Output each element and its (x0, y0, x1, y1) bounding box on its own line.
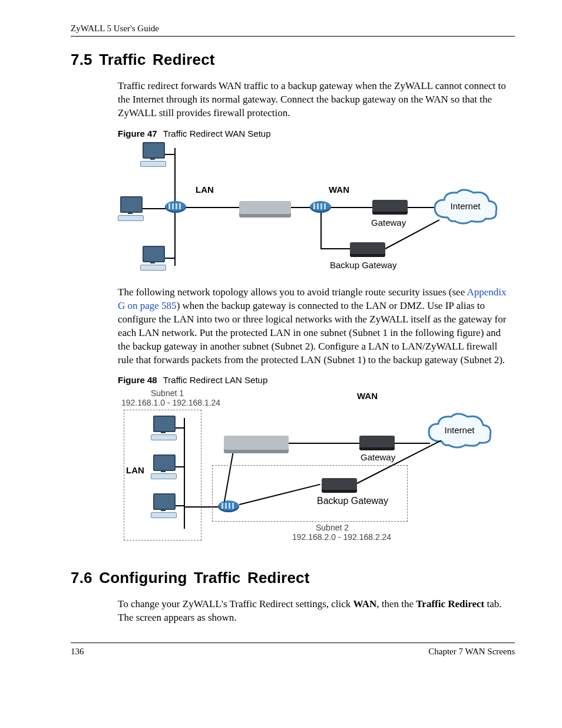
figure-47-caption: Figure 47Traffic Redirect WAN Setup (118, 129, 515, 139)
p76-a: To change your ZyWALL's Traffic Redirect… (118, 598, 353, 610)
section-7-5-paragraph: Traffic redirect forwards WAN traffic to… (118, 80, 515, 120)
subnet2-title: Subnet 2 (316, 523, 349, 532)
backup-gateway-icon (350, 242, 385, 254)
lan-label: LAN (126, 465, 144, 475)
figure-48-title: Traffic Redirect LAN Setup (163, 375, 268, 385)
switch-icon (165, 201, 186, 213)
figure-47-diagram: LAN WAN Gateway Internet Backup Gateway (118, 142, 495, 278)
running-header: ZyWALL 5 User's Guide (71, 24, 515, 37)
page-footer: 136 Chapter 7 WAN Screens (71, 643, 515, 657)
section-7-5-heading: 7.5 Traffic Redirect (71, 51, 515, 69)
backup-gateway-label: Backup Gateway (317, 496, 388, 506)
chapter-label: Chapter 7 WAN Screens (428, 647, 515, 657)
pc-icon (151, 493, 176, 518)
gateway-icon (372, 200, 408, 212)
pc-icon (151, 454, 176, 479)
lan-label: LAN (196, 185, 214, 195)
mid-paragraph-pre: The following network topology allows yo… (118, 286, 467, 298)
p76-wan: WAN (353, 598, 377, 610)
zywall-icon (224, 436, 289, 450)
internet-label: Internet (424, 425, 495, 435)
switch-icon (310, 201, 331, 213)
p76-b: , then the (376, 598, 416, 610)
pc-icon (151, 416, 176, 440)
section-7-6-heading: 7.6 Configuring Traffic Redirect (71, 569, 515, 587)
figure-48-caption: Figure 48Traffic Redirect LAN Setup (118, 375, 515, 385)
section-7-6-paragraph: To change your ZyWALL's Traffic Redirect… (118, 598, 515, 625)
mid-paragraph: The following network topology allows yo… (118, 286, 515, 367)
zywall-icon (239, 201, 291, 214)
pc-icon (118, 196, 143, 221)
wan-label: WAN (329, 185, 349, 195)
subnet1-range: 192.168.1.0 - 192.168.1.24 (121, 398, 220, 407)
figure-47-number: Figure 47 (118, 129, 157, 139)
cloud-icon: Internet (430, 188, 501, 226)
backup-gateway-icon (322, 478, 357, 490)
gateway-label: Gateway (371, 218, 406, 228)
gateway-label: Gateway (361, 452, 395, 462)
mid-paragraph-post: ) when the backup gateway is connected t… (118, 300, 506, 365)
figure-48-number: Figure 48 (118, 375, 157, 385)
subnet1-title: Subnet 1 (151, 388, 184, 398)
gateway-icon (359, 436, 395, 447)
pc-icon (140, 142, 165, 167)
figure-48-diagram: Subnet 1 192.168.1.0 - 192.168.1.24 LAN … (118, 388, 495, 554)
subnet2-box (212, 465, 408, 522)
figure-47-title: Traffic Redirect WAN Setup (163, 129, 271, 139)
internet-label: Internet (430, 201, 501, 211)
wan-label: WAN (357, 391, 378, 401)
subnet2-range: 192.168.2.0 - 192.168.2.24 (292, 532, 391, 542)
p76-tr: Traffic Redirect (416, 598, 484, 610)
pc-icon (140, 246, 165, 271)
page-number: 136 (71, 647, 84, 657)
backup-gateway-label: Backup Gateway (330, 260, 396, 270)
